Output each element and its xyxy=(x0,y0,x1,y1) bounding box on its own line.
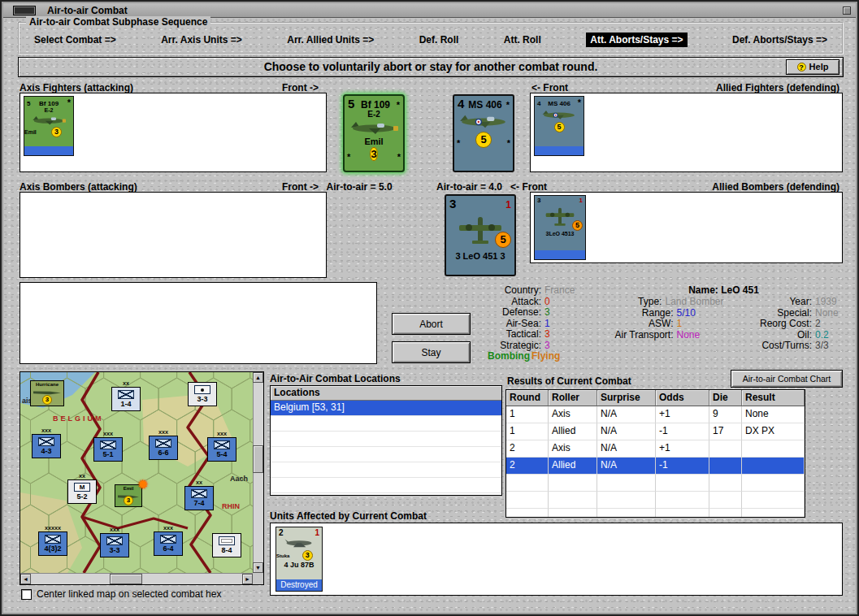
linked-map[interactable]: aisBELGIUMAachRHIN Hurricane3XX1-43-3XXX… xyxy=(20,371,264,585)
info-label: Air Transport: xyxy=(605,329,674,341)
results-cell xyxy=(656,475,709,492)
results-header-cell[interactable]: Round xyxy=(506,390,549,406)
locations-listbox[interactable]: Locations Belgium [53, 31] xyxy=(270,385,502,496)
map-unit[interactable]: XXX3-3 xyxy=(100,533,129,557)
center-map-checkbox[interactable] xyxy=(21,589,32,600)
combat-chart-button[interactable]: Air-to-air Combat Chart xyxy=(731,370,843,388)
unit-size-label: XXX xyxy=(208,432,236,436)
location-empty-row[interactable] xyxy=(271,416,501,432)
results-cell xyxy=(656,492,709,509)
info-value: 0.2 xyxy=(815,329,843,341)
results-header-cell[interactable]: Roller xyxy=(549,390,597,406)
results-cell xyxy=(549,475,597,492)
results-cell: 1 xyxy=(506,406,549,423)
allied-bombers-list[interactable]: 3 1 5 3LeO 4513 xyxy=(530,192,843,263)
results-row[interactable]: 2AxisN/A+1 xyxy=(506,440,805,458)
results-cell xyxy=(506,492,549,509)
map-unit[interactable]: XXXXX4(3)2 xyxy=(38,531,67,556)
map-unit[interactable]: XXX5-1 xyxy=(93,437,123,462)
map-unit[interactable]: XXX4-3 xyxy=(32,434,61,458)
locations-header[interactable]: Locations xyxy=(271,386,501,401)
location-item[interactable]: Belgium [53, 31] xyxy=(271,401,501,416)
unit-info-panel: Country:FranceAttack:0Defense:3Air-Sea:1… xyxy=(483,283,843,366)
location-empty-row[interactable] xyxy=(271,478,501,493)
results-row[interactable]: 1AlliedN/A-117DX PX xyxy=(506,423,805,440)
info-label: Tactical: xyxy=(483,328,541,340)
unit-strength-label: 6-4 xyxy=(163,544,173,553)
axis-front-fighter-counter[interactable]: 5 Bf 109 * E-2 * Emil 3 * xyxy=(343,94,405,172)
map-unit[interactable]: 8-4 xyxy=(212,533,241,557)
map-unit[interactable]: XXM5-2 xyxy=(67,479,97,504)
info-right: Name: LeO 451 Type:Land BomberYear:1939R… xyxy=(605,284,843,351)
results-header-cell[interactable]: Odds xyxy=(656,390,709,406)
results-cell: 2 xyxy=(506,458,549,475)
unit-strength-label: 3-3 xyxy=(197,394,207,404)
map-unit[interactable]: 3-3 xyxy=(188,382,217,406)
allied-bomber-unit-small[interactable]: 3 1 5 3LeO 4513 xyxy=(534,195,586,260)
allied-front-fighter-counter[interactable]: 4 MS 406 * * 5 * xyxy=(453,94,514,172)
results-cell xyxy=(742,509,805,518)
unit-symbol xyxy=(160,535,176,544)
results-header-cell[interactable]: Die xyxy=(709,390,742,406)
vscroll-thumb[interactable] xyxy=(253,445,263,473)
results-empty-row xyxy=(506,509,805,518)
help-button[interactable]: ? Help xyxy=(786,59,839,75)
map-horizontal-scrollbar[interactable]: ◄ ► xyxy=(20,573,253,584)
scroll-right-arrow[interactable]: ► xyxy=(242,574,253,584)
results-cell: 17 xyxy=(709,423,742,440)
locations-title: Air-to-Air Combat Locations xyxy=(270,373,401,384)
map-unit[interactable]: XXX6-6 xyxy=(149,436,178,460)
results-cell: 1 xyxy=(506,423,549,440)
window-control-button[interactable] xyxy=(843,7,851,15)
unit-size-label: XXX xyxy=(101,527,128,532)
counter-attack: 3 xyxy=(537,197,540,204)
results-cell xyxy=(709,492,742,509)
air-unit-name: Hurricane xyxy=(31,381,63,388)
map-unit[interactable]: Hurricane3 xyxy=(30,380,64,406)
selection-strip xyxy=(534,250,586,260)
results-row[interactable]: 1AxisN/A+19None xyxy=(506,406,805,423)
location-empty-row[interactable] xyxy=(271,462,501,478)
allied-fighter-unit-small[interactable]: 4 MS 406 * 5 xyxy=(534,96,584,156)
scroll-left-arrow[interactable]: ◄ xyxy=(20,574,31,584)
info-label: Country: xyxy=(483,284,541,296)
hscroll-thumb[interactable] xyxy=(110,574,142,584)
location-empty-row[interactable] xyxy=(271,432,501,447)
allied-front-bomber-counter[interactable]: 3 1 5 3 LeO 451 3 xyxy=(445,194,516,276)
results-row[interactable]: 2AlliedN/A-1 xyxy=(506,458,805,475)
sequence-step: Def. Aborts/Stays => xyxy=(732,34,827,46)
results-cell: N/A xyxy=(597,423,656,440)
star-marker: * xyxy=(507,138,510,148)
counter-name: MS 406 xyxy=(548,100,570,107)
axis-fighter-unit-small[interactable]: 5 Bf 109 * E-2 Emil 3 xyxy=(24,96,74,156)
results-header-cell[interactable]: Result xyxy=(742,390,805,406)
results-header-cell[interactable]: Surprise xyxy=(597,390,656,406)
unit-size-label: XXX xyxy=(33,428,60,433)
scroll-down-arrow[interactable]: ▼ xyxy=(253,562,263,573)
map-vertical-scrollbar[interactable]: ▲ ▼ xyxy=(253,372,263,573)
map-unit[interactable]: XX7-4 xyxy=(184,486,214,510)
axis-fighters-list[interactable]: 5 Bf 109 * E-2 Emil 3 xyxy=(20,93,327,172)
results-table[interactable]: RoundRollerSurpriseOddsDieResult 1AxisN/… xyxy=(505,389,805,518)
affected-units-list[interactable]: 2 1 Stuka 3 4 Ju 87B Destroyed xyxy=(270,523,843,596)
results-cell: Allied xyxy=(549,423,597,440)
map-unit[interactable]: XXX5-4 xyxy=(207,437,236,462)
scroll-up-arrow[interactable]: ▲ xyxy=(253,372,263,383)
location-empty-row[interactable] xyxy=(271,447,501,462)
axis-bombers-list[interactable] xyxy=(20,192,327,278)
front-left-label: Front -> xyxy=(282,82,319,93)
stay-button[interactable]: Stay xyxy=(392,341,471,363)
unit-strength-label: 5-1 xyxy=(102,449,113,459)
map-unit[interactable]: XXX6-4 xyxy=(154,531,183,556)
info-value: 2 xyxy=(815,318,843,329)
abort-button[interactable]: Abort xyxy=(392,313,471,335)
map-unit[interactable]: Emil3✹ xyxy=(115,484,142,507)
results-cell xyxy=(597,475,656,492)
destroyed-stuka-counter[interactable]: 2 1 Stuka 3 4 Ju 87B Destroyed xyxy=(275,527,323,592)
message-list[interactable] xyxy=(20,282,377,364)
results-cell: N/A xyxy=(597,458,656,475)
allied-fighters-list[interactable]: 4 MS 406 * 5 xyxy=(530,93,843,172)
info-cell: Oil:0.2 xyxy=(724,329,844,341)
map-unit[interactable]: XX1-4 xyxy=(111,387,141,411)
info-cell: Range:5/10 xyxy=(605,307,724,319)
